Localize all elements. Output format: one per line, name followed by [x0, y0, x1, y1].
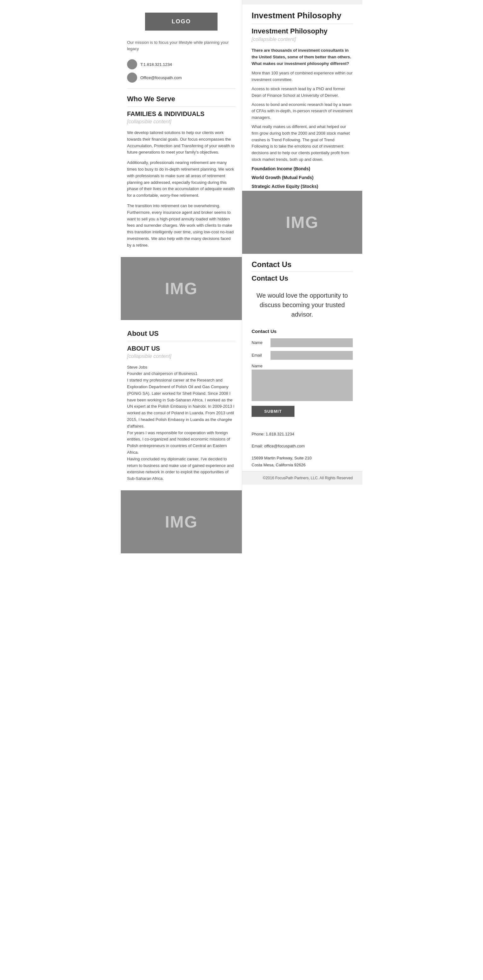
message-textarea[interactable] — [252, 369, 353, 401]
name-row: Name — [252, 338, 353, 347]
investment-heading: Investment Philosophy — [242, 5, 362, 24]
email-detail: Email: office@focuspath.com — [242, 440, 362, 452]
email-input[interactable] — [270, 351, 353, 360]
investment-sub[interactable]: Investment Philosophy — [242, 24, 362, 37]
name-input[interactable] — [270, 338, 353, 347]
tagline: Our mission is to focus your lifestyle w… — [121, 37, 242, 57]
footer: ©2016 FocusPath Partners, LLC. All Right… — [242, 471, 362, 485]
contact-us-tagline: We would love the opportunity to discuss… — [242, 286, 362, 325]
left-image-2: IMG — [121, 490, 242, 554]
about-body: Steve Jobs Founder and chairperson of Bu… — [121, 362, 242, 484]
investment-item-3: Strategic Active Equity (Stocks) — [242, 182, 362, 191]
families-heading[interactable]: FAMILIES & INDIVIDUALS — [121, 107, 242, 119]
form-title: Contact Us — [252, 329, 353, 334]
logo: LOGO — [145, 13, 218, 30]
about-us-sub[interactable]: ABOUT US — [121, 341, 242, 353]
address-line1: 15699 Martin Parkway, Suite 210 — [252, 456, 312, 460]
left-image-1: IMG — [121, 257, 242, 320]
families-body-3: The transition into retirement can be ov… — [121, 201, 242, 251]
contact-us-sub: Contact Us — [242, 272, 362, 286]
email-label: Email — [252, 353, 270, 358]
investment-collapsible-label: [collapsible content] — [242, 37, 362, 45]
right-image-1: IMG — [242, 191, 362, 254]
name-label: Name — [252, 340, 270, 345]
who-we-serve-heading: Who We Serve — [121, 89, 242, 106]
address: 15699 Martin Parkway, Suite 210 Costa Me… — [242, 452, 362, 471]
submit-button[interactable]: SUBMIT — [252, 406, 294, 417]
families-body-2: Additionally, professionals nearing reti… — [121, 158, 242, 201]
investment-body-1: More than 100 years of combined experien… — [242, 69, 362, 84]
contact-us-header: Contact Us — [242, 254, 362, 272]
email-row: Email — [252, 351, 353, 360]
families-collapsible-label: [collapsible content] — [121, 119, 242, 128]
about-us-heading: About US — [121, 323, 242, 341]
message-label: Name — [252, 364, 353, 368]
families-body-1: We develop tailored solutions to help ou… — [121, 128, 242, 158]
investment-item-2: World Growth (Mutual Funds) — [242, 173, 362, 182]
investment-bold: There are thousands of investment consul… — [242, 45, 362, 69]
about-us-collapsible-label: [collapsible content] — [121, 353, 242, 362]
address-line2: Costa Mesa, California 92626 — [252, 463, 305, 467]
phone-icon — [127, 59, 137, 69]
investment-body-2: Access to stock research lead by a PhD a… — [242, 84, 362, 100]
investment-body-4: What really makes us different, and what… — [242, 123, 362, 164]
contact-form: Contact Us Name Email Name SUBMIT — [242, 325, 362, 428]
message-row: Name — [252, 364, 353, 402]
email-label: Office@focuspath.com — [140, 75, 181, 80]
investment-body-3: Access to bond and economic research lea… — [242, 100, 362, 123]
phone-label: T:1.818.321.1234 — [140, 62, 172, 67]
phone-detail: Phone: 1.818.321.1234 — [242, 428, 362, 440]
email-icon — [127, 73, 137, 83]
investment-item-1: Foundation Income (Bonds) — [242, 164, 362, 173]
top-bar — [242, 0, 362, 5]
